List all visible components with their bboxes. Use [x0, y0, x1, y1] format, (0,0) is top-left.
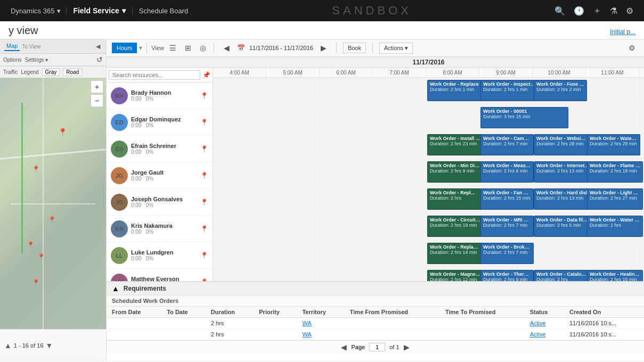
work-order-title: Work Order - 00001	[483, 109, 566, 114]
map-view-btn[interactable]: ◎	[197, 42, 209, 54]
tab-map[interactable]: Map	[4, 42, 20, 51]
calendar-icon[interactable]: 📅	[237, 44, 245, 52]
list-view-btn[interactable]: ☰	[166, 42, 180, 54]
history-icon[interactable]: 🕐	[574, 6, 584, 16]
gray-btn[interactable]: Gray	[42, 68, 60, 76]
time-header: 4:00 AM5:00 AM6:00 AM7:00 AM8:00 AM9:00 …	[213, 68, 644, 78]
work-order-block[interactable]: Work Order - Inspecto... Duration: 2 hrs…	[480, 80, 539, 101]
map-legend-bar: Traffic Legend Gray Road	[0, 66, 106, 78]
work-order-duration: Duration: 2 hrs 1 min	[483, 87, 536, 92]
refresh-icon[interactable]: ↺	[96, 55, 103, 64]
page-number-input[interactable]	[369, 343, 385, 351]
work-order-block[interactable]: Work Order - Replace 2... Duration: 2 hr…	[427, 243, 483, 264]
resource-name: Jorge Gault	[131, 169, 197, 176]
resource-info: Jorge Gault 0:00 0%	[131, 169, 197, 182]
status-link[interactable]: Active	[530, 331, 546, 338]
work-order-block[interactable]: Work Order - Internet c... Duration: 2 h…	[534, 161, 592, 183]
work-order-block[interactable]: Work Order - Thermost... Duration: 2 hrs…	[480, 270, 534, 281]
hours-btn[interactable]: Hours	[112, 43, 137, 53]
dynamics-nav[interactable]: Dynamics 365 ▾	[5, 7, 67, 15]
resource-item: ME Matthew Everson 0:00 0% 📍	[107, 269, 213, 281]
book-btn[interactable]: Book	[343, 43, 366, 53]
collapse-btn[interactable]: ◄	[94, 42, 102, 51]
time-cell	[213, 186, 266, 213]
req-table: From DateTo DateDurationPriorityTerritor…	[107, 307, 644, 340]
board-settings-btn[interactable]: ⚙	[625, 42, 639, 54]
time-cell	[266, 213, 320, 240]
time-slot-header: 5:00 AM	[266, 68, 320, 77]
work-order-block[interactable]: Work Order - Install Ne... Duration: 2 h…	[427, 134, 483, 155]
work-order-duration: Duration: 2 hrs 13 min	[536, 195, 590, 201]
work-order-block[interactable]: Work Order - Fuse out Duration: 2 hrs 2 …	[534, 80, 587, 101]
page-up-arrow[interactable]: ▲	[4, 341, 12, 350]
work-order-block[interactable]: Work Order - 00001 Duration: 3 hrs 15 mi…	[480, 107, 568, 128]
work-order-block[interactable]: Work Order - Min Diag... Duration: 2 hrs…	[427, 161, 483, 183]
work-order-block[interactable]: Work Order - Website d... Duration: 2 hr…	[534, 134, 590, 155]
work-order-block[interactable]: Work Order - Flame sha... Duration: 2 hr…	[587, 161, 643, 183]
work-order-duration: Duration: 2 hrs 5 min	[536, 223, 590, 228]
search-icon[interactable]: 🔍	[555, 6, 565, 16]
work-order-block[interactable]: Work Order - Catalog L... Duration: 2 hr…	[534, 270, 590, 281]
work-order-block[interactable]: Work Order - Hard disk Duration: 2 hrs 1…	[534, 188, 592, 210]
work-order-block[interactable]: Work Order - Water pr... Duration: 2 hrs	[587, 216, 643, 237]
work-order-block[interactable]: Work Order - Circuit Re... Duration: 2 h…	[427, 216, 483, 237]
time-cell	[266, 241, 320, 267]
work-order-block[interactable]: Work Order - Heating R... Duration: 2 hr…	[587, 270, 643, 281]
work-order-block[interactable]: Work Order - Camera a... Duration: 2 hrs…	[480, 134, 534, 155]
work-order-block[interactable]: Work Order - Magnetic... Duration: 2 hrs…	[427, 270, 483, 281]
resource-meta: 0:00 0%	[131, 122, 197, 128]
initial-link[interactable]: Initial p...	[610, 28, 635, 39]
time-grid-wrapper[interactable]: 4:00 AM5:00 AM6:00 AM7:00 AM8:00 AM9:00 …	[213, 68, 644, 281]
traffic-legend[interactable]: Traffic	[3, 69, 18, 75]
time-row: Work Order - Magnetic... Duration: 2 hrs…	[213, 268, 644, 281]
module-label: Schedule Board	[133, 7, 195, 15]
page-down-arrow[interactable]: ▼	[46, 341, 53, 350]
req-table-cell[interactable]: WA	[297, 329, 344, 340]
work-order-block[interactable]: Work Order - MRI Cycl... Duration: 2 hrs…	[480, 216, 534, 237]
work-order-title: Work Order - Internet c...	[536, 163, 590, 168]
time-cell	[266, 78, 320, 104]
territory-link[interactable]: WA	[302, 331, 311, 338]
add-icon[interactable]: ＋	[593, 5, 601, 17]
time-slot-header: 6:00 AM	[320, 68, 373, 77]
work-order-duration: Duration: 2 hrs 7 min	[483, 250, 531, 255]
work-order-duration: Duration: 2 hrs 28 min	[536, 141, 587, 146]
prev-page-btn[interactable]: ◀	[341, 343, 347, 351]
search-input[interactable]	[109, 70, 200, 80]
work-order-title: Work Order - Fan not w...	[483, 190, 531, 195]
app-nav[interactable]: Field Service ▾	[67, 6, 132, 15]
req-table-cell[interactable]: Active	[525, 329, 564, 340]
legend-legend[interactable]: Legend	[21, 69, 38, 75]
req-table-cell[interactable]: WA	[297, 318, 344, 329]
filter-icon[interactable]: ⚗	[610, 6, 617, 16]
req-table-cell	[440, 329, 525, 340]
prev-btn[interactable]: ◀	[221, 42, 233, 54]
work-order-block[interactable]: Work Order - Repl... Duration: 2 hrs	[427, 188, 483, 210]
page-of-label: of 1	[389, 344, 399, 350]
grid-view-btn[interactable]: ⊞	[182, 42, 194, 54]
road-btn[interactable]: Road	[63, 68, 82, 76]
req-table-cell[interactable]: Active	[525, 318, 564, 329]
next-page-btn[interactable]: ▶	[404, 343, 410, 351]
zoom-in-btn[interactable]: +	[91, 80, 103, 93]
zoom-out-btn[interactable]: −	[91, 94, 103, 107]
actions-btn[interactable]: Actions ▾	[379, 43, 413, 54]
work-order-duration: Duration: 2 hrs	[536, 277, 587, 281]
req-table-cell: 11/16/2016 10:s...	[564, 329, 644, 340]
status-link[interactable]: Active	[530, 320, 546, 326]
req-header: ▲ Requirements	[107, 282, 644, 295]
settings-icon[interactable]: ⚙	[626, 6, 633, 16]
work-order-duration: Duration: 2 hrs	[430, 195, 480, 201]
next-btn[interactable]: ▶	[317, 42, 330, 54]
req-col-header: To Date	[161, 307, 206, 318]
work-order-block[interactable]: Work Order - Fan not w... Duration: 2 hr…	[480, 188, 534, 210]
work-order-block[interactable]: Work Order - Light bulbs Duration: 2 hrs…	[587, 188, 643, 210]
work-order-block[interactable]: Work Order - Data file c... Duration: 2 …	[534, 216, 592, 237]
work-order-block[interactable]: Work Order - Broken T... Duration: 2 hrs…	[480, 243, 534, 264]
territory-link[interactable]: WA	[302, 320, 311, 326]
req-expand-btn[interactable]: ▲	[112, 284, 119, 293]
work-order-block[interactable]: Work Order - Water sup... Duration: 2 hr…	[587, 134, 640, 155]
main-layout: Map To View ◄ Options Settings ▾ ↺ Traff…	[0, 39, 644, 361]
sep-4	[372, 43, 373, 53]
work-order-block[interactable]: Work Order - Measure ... Duration: 2 hrs…	[480, 161, 534, 183]
